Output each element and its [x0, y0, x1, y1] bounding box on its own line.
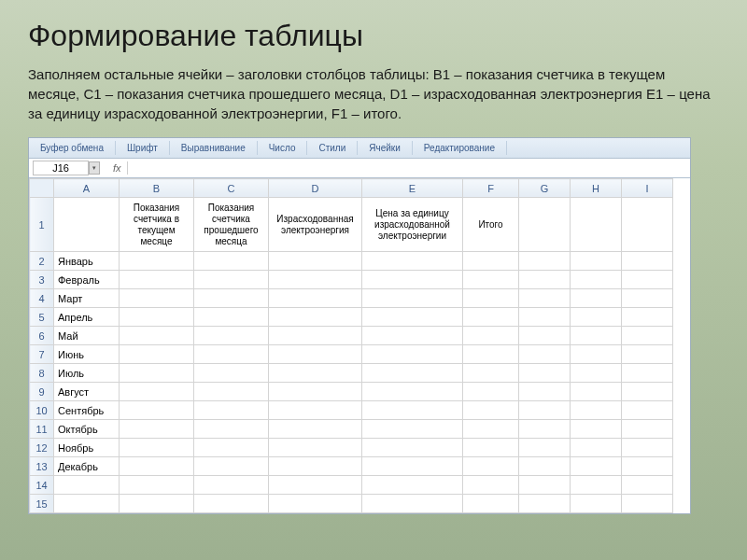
cell-G2[interactable] [519, 252, 571, 271]
row-header-10[interactable]: 10 [30, 401, 54, 420]
cell-E5[interactable] [362, 308, 463, 327]
cell-E7[interactable] [362, 345, 463, 364]
cell-A10[interactable]: Сентябрь [54, 401, 120, 420]
cell-D9[interactable] [269, 383, 362, 401]
cell-G4[interactable] [519, 289, 571, 308]
cell-A13[interactable]: Декабрь [54, 457, 120, 476]
row-header-9[interactable]: 9 [30, 383, 54, 401]
cell-B7[interactable] [120, 345, 194, 364]
cell-I15[interactable] [622, 495, 673, 513]
cell-I7[interactable] [622, 345, 673, 364]
cell-G11[interactable] [519, 420, 571, 439]
cell-E15[interactable] [362, 495, 463, 513]
cell-C12[interactable] [194, 439, 269, 457]
row-header-6[interactable]: 6 [30, 327, 54, 345]
cell-E12[interactable] [362, 439, 463, 457]
cell-E3[interactable] [362, 271, 463, 289]
cell-F13[interactable] [463, 457, 519, 476]
cell-D2[interactable] [269, 252, 362, 271]
cell-C6[interactable] [194, 327, 269, 345]
cell-D1[interactable]: Израсходованная электроэнергия [269, 198, 362, 252]
cell-C5[interactable] [194, 308, 269, 327]
row-header-1[interactable]: 1 [30, 198, 54, 252]
cell-G6[interactable] [519, 327, 571, 345]
cell-B6[interactable] [120, 327, 194, 345]
cell-D13[interactable] [269, 457, 362, 476]
row-header-11[interactable]: 11 [30, 420, 54, 439]
col-header-E[interactable]: E [362, 179, 463, 198]
cell-D12[interactable] [269, 439, 362, 457]
ribbon-tab-styles[interactable]: Стили [307, 141, 358, 155]
cell-F1[interactable]: Итого [463, 198, 519, 252]
cell-H14[interactable] [571, 476, 622, 495]
cell-F3[interactable] [463, 271, 519, 289]
cell-I1[interactable] [622, 198, 673, 252]
cell-E13[interactable] [362, 457, 463, 476]
cell-D3[interactable] [269, 271, 362, 289]
cell-A2[interactable]: Январь [54, 252, 120, 271]
cell-D15[interactable] [269, 495, 362, 513]
cell-D6[interactable] [269, 327, 362, 345]
cell-H9[interactable] [571, 383, 622, 401]
cell-I3[interactable] [622, 271, 673, 289]
cell-E14[interactable] [362, 476, 463, 495]
cell-I11[interactable] [622, 420, 673, 439]
fx-label[interactable]: fx [113, 162, 121, 174]
cell-B11[interactable] [120, 420, 194, 439]
cell-B10[interactable] [120, 401, 194, 420]
cell-H7[interactable] [571, 345, 622, 364]
cell-D11[interactable] [269, 420, 362, 439]
cell-G10[interactable] [519, 401, 571, 420]
cell-H1[interactable] [571, 198, 622, 252]
cell-A11[interactable]: Октябрь [54, 420, 120, 439]
cell-F7[interactable] [463, 345, 519, 364]
cell-B3[interactable] [120, 271, 194, 289]
cell-E9[interactable] [362, 383, 463, 401]
cell-C2[interactable] [194, 252, 269, 271]
ribbon-tab-alignment[interactable]: Выравнивание [170, 141, 258, 155]
row-header-5[interactable]: 5 [30, 308, 54, 327]
cell-E2[interactable] [362, 252, 463, 271]
row-header-13[interactable]: 13 [30, 457, 54, 476]
cell-F4[interactable] [463, 289, 519, 308]
cell-C1[interactable]: Показания счетчика прошедшего месяца [194, 198, 269, 252]
row-header-14[interactable]: 14 [30, 476, 54, 495]
cell-C3[interactable] [194, 271, 269, 289]
cell-B5[interactable] [120, 308, 194, 327]
cell-E4[interactable] [362, 289, 463, 308]
col-header-H[interactable]: H [571, 179, 622, 198]
cell-G13[interactable] [519, 457, 571, 476]
cell-A4[interactable]: Март [54, 289, 120, 308]
cell-G5[interactable] [519, 308, 571, 327]
cell-B12[interactable] [120, 439, 194, 457]
cell-H10[interactable] [571, 401, 622, 420]
cell-A14[interactable] [54, 476, 120, 495]
cell-E10[interactable] [362, 401, 463, 420]
cell-D7[interactable] [269, 345, 362, 364]
cell-F9[interactable] [463, 383, 519, 401]
cell-H15[interactable] [571, 495, 622, 513]
row-header-3[interactable]: 3 [30, 271, 54, 289]
cell-D10[interactable] [269, 401, 362, 420]
cell-G1[interactable] [519, 198, 571, 252]
cell-C8[interactable] [194, 364, 269, 383]
cell-G9[interactable] [519, 383, 571, 401]
select-all-corner[interactable] [30, 179, 54, 198]
col-header-I[interactable]: I [622, 179, 673, 198]
cell-H5[interactable] [571, 308, 622, 327]
name-box[interactable]: J16 [33, 161, 89, 175]
cell-E6[interactable] [362, 327, 463, 345]
cell-C13[interactable] [194, 457, 269, 476]
cell-A9[interactable]: Август [54, 383, 120, 401]
cell-D8[interactable] [269, 364, 362, 383]
cell-I14[interactable] [622, 476, 673, 495]
ribbon-tab-cells[interactable]: Ячейки [358, 141, 413, 155]
cell-C11[interactable] [194, 420, 269, 439]
cell-F12[interactable] [463, 439, 519, 457]
cell-F14[interactable] [463, 476, 519, 495]
cell-A8[interactable]: Июль [54, 364, 120, 383]
ribbon-tab-clipboard[interactable]: Буфер обмена [29, 141, 116, 155]
cell-B14[interactable] [120, 476, 194, 495]
cell-I8[interactable] [622, 364, 673, 383]
cell-A5[interactable]: Апрель [54, 308, 120, 327]
